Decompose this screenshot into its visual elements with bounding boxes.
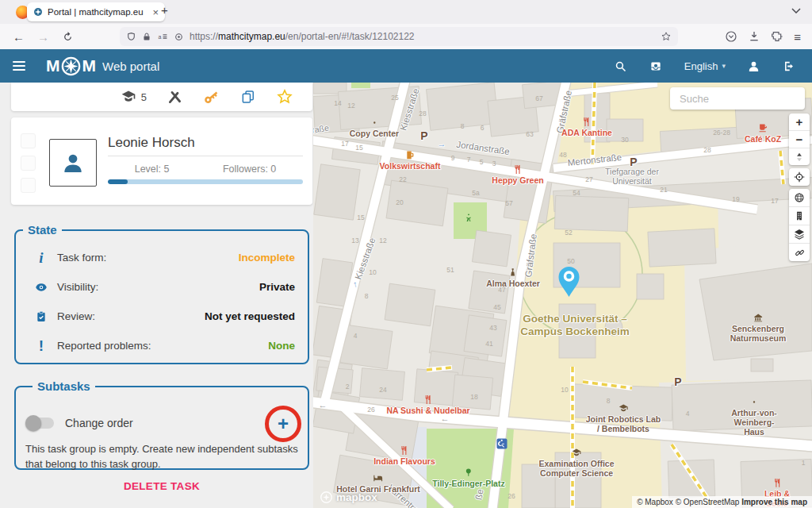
house-number: 26 (367, 406, 374, 414)
cap-poi-label: Examination Office Computer Science (538, 448, 614, 478)
inbox-icon[interactable] (649, 60, 663, 73)
house-number: 7 (467, 156, 471, 164)
author-card[interactable]: Leonie Horsch Level: 5 Followers: 0 (11, 117, 312, 205)
improve-map-link[interactable]: Improve this map (741, 498, 807, 506)
mapbox-logo[interactable]: mapbox (320, 491, 377, 504)
house-number: 43 (489, 325, 496, 333)
change-order-toggle[interactable] (27, 418, 54, 429)
house-number: 30 (621, 137, 628, 144)
fork-poi-label: ADA Kantine (561, 117, 612, 137)
delete-task-button[interactable]: DELETE TASK (11, 479, 312, 493)
language-select[interactable]: English ▾ (684, 60, 726, 72)
dot-poi-label: Copy Center (350, 117, 399, 138)
zoom-out-button[interactable]: − (789, 131, 810, 148)
duplicate-button[interactable] (240, 89, 256, 105)
osm-credit[interactable]: © OpenStreetMap (676, 498, 740, 506)
playground-icon (464, 213, 474, 223)
zoom-in-button[interactable]: + (789, 114, 810, 131)
locate-button[interactable] (789, 168, 810, 186)
fork-poi-label: NA Sushi & Nudelbar (386, 394, 469, 415)
search-icon[interactable] (614, 60, 627, 73)
tab-close-icon[interactable]: × (152, 6, 159, 18)
tab-list-chevron-icon[interactable] (791, 7, 801, 13)
dot-icon (749, 397, 760, 407)
lock-icon[interactable] (142, 32, 151, 42)
mapbox-logo-icon (320, 491, 333, 504)
house-number: 41 (485, 341, 492, 348)
globe-button[interactable] (789, 189, 810, 207)
house-number: 51 (446, 267, 454, 275)
house-number: 17 (341, 140, 348, 148)
person-icon (59, 149, 86, 176)
edit-tools-button[interactable] (167, 89, 183, 106)
level-count: 5 (141, 91, 147, 103)
buildings-button[interactable] (789, 207, 810, 225)
browser-menu-icon[interactable]: ≡ (794, 30, 801, 44)
tilt-control[interactable] (789, 148, 810, 165)
url-text[interactable]: https://mathcitymap.eu/en/portal-en/#!/t… (190, 31, 655, 42)
account-icon[interactable] (747, 60, 760, 73)
key-button[interactable] (203, 88, 220, 106)
level-button[interactable]: 5 (119, 89, 147, 105)
house-number: 10 (561, 387, 568, 394)
change-order-label: Change order (65, 417, 133, 429)
browser-navbar: ← → a https://mathcitymap.eu/en/portal-e… (0, 24, 812, 50)
beer-icon (404, 150, 415, 160)
map[interactable]: raßeJordanstraßeKiesstraßeKiesstraßeGräf… (313, 83, 812, 508)
url-bar[interactable]: a https://mathcitymap.eu/en/portal-en/#!… (120, 27, 678, 46)
house-number: 57 (505, 200, 512, 208)
forward-button[interactable]: → (37, 30, 49, 44)
layers-button[interactable] (789, 225, 810, 244)
review-status: Not yet requested (205, 310, 295, 322)
visibility-status: Private (259, 281, 295, 293)
house-number: 15 (355, 144, 362, 152)
exclamation-icon: ! (25, 337, 57, 355)
new-tab-button[interactable]: + (161, 3, 168, 17)
map-label: Jordanstraße (456, 140, 511, 158)
house-number: 12 (347, 102, 354, 110)
menu-icon[interactable] (13, 61, 25, 71)
house-number: 9 (451, 155, 455, 163)
pocket-icon[interactable] (725, 30, 737, 43)
map-attribution: © Mapbox © OpenStreetMap Improve this ma… (632, 496, 812, 508)
translate-icon[interactable]: a (157, 32, 168, 42)
app-title: Web portal (102, 60, 159, 73)
building-icon (794, 210, 805, 222)
location-permission-icon[interactable] (174, 32, 184, 42)
house-number: 13 (351, 237, 358, 245)
favorite-button[interactable] (276, 88, 293, 106)
back-button[interactable]: ← (13, 30, 25, 44)
house-number: 4 (686, 410, 690, 418)
browser-tab[interactable]: Portal | mathcitymap.eu × (27, 2, 165, 21)
reload-icon[interactable] (62, 31, 74, 43)
logout-icon[interactable] (782, 60, 796, 73)
share-link-button[interactable] (789, 244, 810, 261)
map-label: raße (313, 123, 330, 135)
key-icon (203, 88, 220, 106)
mapbox-credit[interactable]: © Mapbox (637, 498, 673, 506)
house-number: 52 (565, 229, 572, 237)
extensions-puzzle-icon[interactable] (771, 30, 783, 43)
map-tools-control (789, 189, 810, 261)
state-legend: State (23, 223, 62, 237)
map-labels: raßeJordanstraßeKiesstraßeKiesstraßeGräf… (313, 83, 812, 508)
locate-control (789, 168, 810, 186)
pen-tools-icon (167, 89, 183, 106)
author-name: Leonie Horsch (108, 135, 195, 151)
mcm-logo[interactable]: M M Web portal (46, 56, 159, 77)
download-icon[interactable] (748, 30, 760, 43)
shield-icon[interactable] (126, 32, 136, 42)
eye-icon (25, 281, 57, 294)
add-subtask-button[interactable]: + (278, 414, 289, 433)
dot-poi-label: Arthur-von- Weinberg-Haus (726, 397, 783, 437)
map-label: Mertonstraße (567, 152, 622, 168)
museum-icon (753, 313, 763, 323)
house-number: 26-28 (713, 129, 730, 137)
cap-poi-label: Joint Robotics Lab / Bembelbots (586, 403, 661, 433)
house-number: 6 (481, 125, 485, 133)
bookmark-star-icon[interactable] (661, 31, 672, 42)
author-card-placeholders (21, 133, 36, 193)
map-search-input[interactable] (670, 87, 805, 110)
tab-favicon-compass-icon (33, 7, 43, 17)
house-number: 24 (379, 387, 386, 394)
